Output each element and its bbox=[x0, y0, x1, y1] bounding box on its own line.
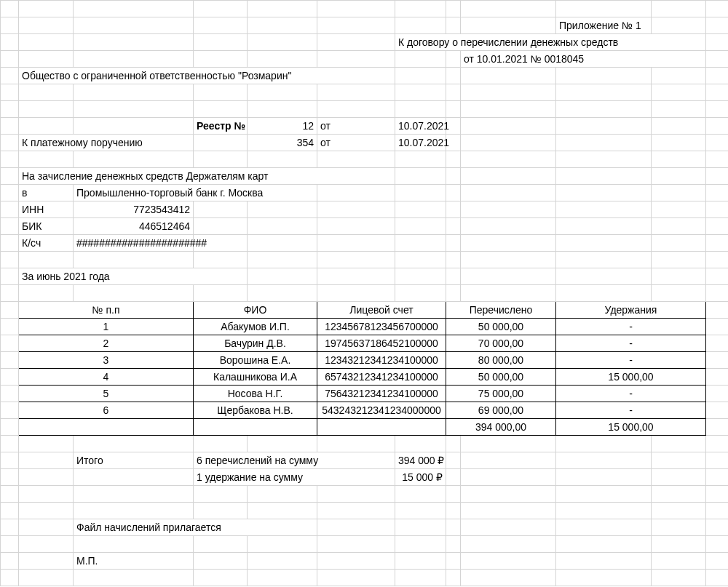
transfers-sum: 394 000 ₽ bbox=[395, 452, 446, 469]
cell-npp: 3 bbox=[19, 352, 194, 369]
cell-fio: Ворошина Е.А. bbox=[194, 352, 317, 369]
cell-fio: Бачурин Д.В. bbox=[194, 335, 317, 352]
table-row: 6 Щербакова Н.В. 543243212341234000000 6… bbox=[1, 402, 729, 419]
cell-account: 65743212341234100000 bbox=[317, 369, 446, 386]
bank-v: в bbox=[19, 185, 74, 201]
cell-account: 75643212341234100000 bbox=[317, 386, 446, 402]
holds-text: 1 удержание на сумму bbox=[194, 469, 395, 486]
cell-transferred: 80 000,00 bbox=[446, 352, 556, 369]
cell-transferred: 69 000,00 bbox=[446, 402, 556, 419]
cell-withheld: - bbox=[556, 402, 706, 419]
cell-transferred: 75 000,00 bbox=[446, 386, 556, 402]
col-header-transferred: Перечислено bbox=[446, 302, 556, 319]
table-row: 2 Бачурин Д.В. 19745637186452100000 70 0… bbox=[1, 335, 729, 352]
transfers-text: 6 перечислений на сумму bbox=[194, 452, 395, 469]
table-row: 4 Калашникова И.А 65743212341234100000 5… bbox=[1, 369, 729, 386]
col-header-withheld: Удержания bbox=[556, 302, 706, 319]
bik-value: 446512464 bbox=[74, 218, 194, 235]
registry-label: Реестр № bbox=[194, 118, 248, 135]
total-transferred: 394 000,00 bbox=[446, 419, 556, 436]
payorder-date: 10.07.2021 bbox=[395, 135, 446, 151]
file-attached-label: Файл начислений прилагается bbox=[74, 519, 317, 536]
period-label: За июнь 2021 года bbox=[19, 268, 248, 285]
mp-label: М.П. bbox=[74, 553, 194, 570]
contract-from: от 10.01.2021 № 0018045 bbox=[461, 51, 706, 68]
registry-date: 10.07.2021 bbox=[395, 118, 446, 135]
table-row: 5 Носова Н.Г. 75643212341234100000 75 00… bbox=[1, 386, 729, 402]
cell-withheld: - bbox=[556, 386, 706, 402]
payorder-number: 354 bbox=[248, 135, 317, 151]
bik-label: БИК bbox=[19, 218, 74, 235]
cell-transferred: 70 000,00 bbox=[446, 335, 556, 352]
cell-npp: 2 bbox=[19, 335, 194, 352]
col-header-account: Лицевой счет bbox=[317, 302, 446, 319]
cell-fio: Калашникова И.А bbox=[194, 369, 317, 386]
cell-account: 12343212341234100000 bbox=[317, 352, 446, 369]
bank-name: Промышленно-торговый банк г. Москва bbox=[74, 185, 317, 201]
cell-fio: Носова Н.Г. bbox=[194, 386, 317, 402]
appendix-label: Приложение № 1 bbox=[556, 17, 652, 34]
cell-account: 19745637186452100000 bbox=[317, 335, 446, 352]
cell-transferred: 50 000,00 bbox=[446, 369, 556, 386]
cell-fio: Абакумов И.П. bbox=[194, 319, 317, 335]
payorder-label: К платежному поручению bbox=[19, 135, 194, 151]
table-totals-row: 394 000,00 15 000,00 bbox=[1, 419, 729, 436]
ksch-value: ####################### bbox=[74, 235, 194, 252]
cell-npp: 4 bbox=[19, 369, 194, 386]
itogo-label: Итого bbox=[74, 452, 194, 469]
cell-npp: 6 bbox=[19, 402, 194, 419]
ksch-label: К/сч bbox=[19, 235, 74, 252]
cell-withheld: - bbox=[556, 352, 706, 369]
cell-fio: Щербакова Н.В. bbox=[194, 402, 317, 419]
inn-label: ИНН bbox=[19, 201, 74, 218]
cell-withheld: 15 000,00 bbox=[556, 369, 706, 386]
table-row: 1 Абакумов И.П. 12345678123456700000 50 … bbox=[1, 319, 729, 335]
cell-withheld: - bbox=[556, 319, 706, 335]
company-name: Общество с ограниченной ответственностью… bbox=[19, 68, 395, 84]
credit-line: На зачисление денежных средств Держателя… bbox=[19, 168, 395, 185]
holds-sum: 15 000 ₽ bbox=[395, 469, 446, 486]
col-header-npp: № п.п bbox=[19, 302, 194, 319]
registry-ot: от bbox=[317, 118, 395, 135]
table-row: 3 Ворошина Е.А. 12343212341234100000 80 … bbox=[1, 352, 729, 369]
cell-withheld: - bbox=[556, 335, 706, 352]
spreadsheet-document: Приложение № 1 К договору о перечислении… bbox=[0, 0, 728, 587]
inn-value: 7723543412 bbox=[74, 201, 194, 218]
cell-transferred: 50 000,00 bbox=[446, 319, 556, 335]
registry-number: 12 bbox=[248, 118, 317, 135]
cell-account: 543243212341234000000 bbox=[317, 402, 446, 419]
col-header-fio: ФИО bbox=[194, 302, 317, 319]
cell-npp: 1 bbox=[19, 319, 194, 335]
cell-npp: 5 bbox=[19, 386, 194, 402]
contract-line: К договору о перечислении денежных средс… bbox=[395, 34, 706, 51]
worksheet-grid: Приложение № 1 К договору о перечислении… bbox=[0, 0, 728, 586]
cell-account: 12345678123456700000 bbox=[317, 319, 446, 335]
payorder-ot: от bbox=[317, 135, 395, 151]
total-withheld: 15 000,00 bbox=[556, 419, 706, 436]
